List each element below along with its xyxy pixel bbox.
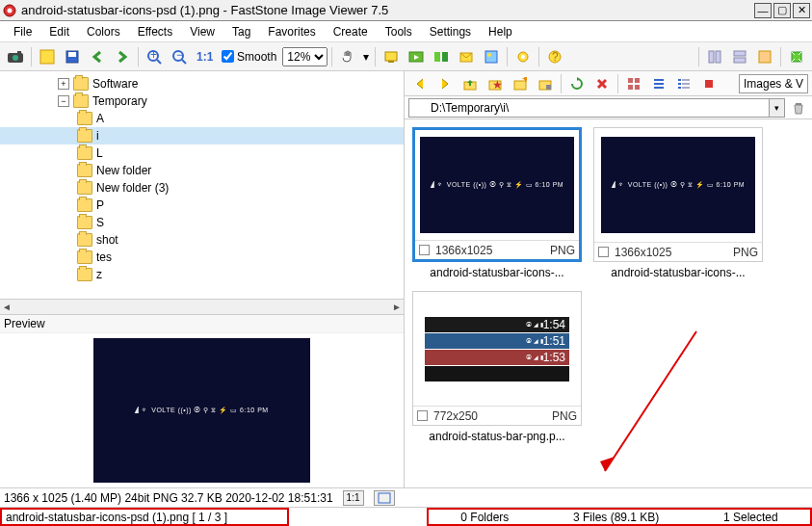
status-bar-folder-info: android-statusbar-icons-psd (1).png [ 1 … [0,507,812,526]
tree-item[interactable]: +Software [0,75,404,92]
details-view-icon[interactable] [672,72,695,95]
current-file-box: android-statusbar-icons-psd (1).png [ 1 … [0,508,289,526]
svg-point-3 [13,55,18,61]
menu-bar: File Edit Colors Effects View Tag Favori… [0,21,812,42]
layout2-icon[interactable] [728,45,751,68]
filter-dropdown[interactable]: Images & V [739,74,808,93]
delete-icon[interactable] [590,72,614,95]
preview-header: Preview [0,315,404,333]
favorite-folder-icon[interactable]: ★ [484,72,507,95]
slideshow-icon[interactable] [405,45,428,68]
view-icon[interactable] [36,45,59,68]
svg-rect-56 [682,87,690,89]
menu-file[interactable]: File [6,23,39,40]
fullscreen-icon[interactable] [785,45,808,68]
refresh-icon[interactable] [565,72,589,95]
tree-item[interactable]: L [0,145,404,162]
locked-folder-icon[interactable] [534,72,557,95]
actual-size-icon[interactable]: 1:1 [193,45,216,68]
new-folder-icon[interactable]: ✦ [509,72,532,95]
menu-effects[interactable]: Effects [130,23,180,40]
tree-item[interactable]: shot [0,231,404,249]
svg-rect-51 [678,79,681,81]
tree-item[interactable]: z [0,266,404,283]
svg-rect-28 [709,51,714,63]
tree-item[interactable]: P [0,197,404,214]
trash-icon[interactable] [789,98,808,118]
tag-checkbox[interactable] [419,245,430,255]
list-view-icon[interactable] [647,72,670,95]
svg-rect-58 [796,103,801,105]
save-icon[interactable] [61,45,84,68]
thumbnails-view-icon[interactable] [622,72,645,95]
tree-item[interactable]: −Temporary [0,92,404,110]
acquire-icon[interactable] [4,45,27,68]
menu-tag[interactable]: Tag [224,23,258,40]
nav-forward-icon[interactable] [433,72,457,95]
minimize-button[interactable]: — [754,3,772,18]
tree-item-selected[interactable]: i [0,127,404,145]
svg-point-23 [487,53,491,57]
chevron-down-icon[interactable]: ▾ [361,45,371,68]
menu-settings[interactable]: Settings [422,23,479,40]
preview-body[interactable]: ◢ ᯤ VOLTE ((•)) ⦿ ⚲ ⧖ ⚡ ▭ 6:10 PM [0,333,404,487]
collapse-icon[interactable]: − [58,95,69,107]
expand-icon[interactable]: + [58,78,69,90]
path-dropdown-button[interactable]: ▾ [770,98,785,118]
menu-view[interactable]: View [182,23,223,40]
svg-rect-32 [759,51,771,63]
preview-image: ◢ ᯤ VOLTE ((•)) ⦿ ⚲ ⧖ ⚡ ▭ 6:10 PM [93,338,310,483]
zoom-select[interactable]: 12% [282,47,327,66]
help-icon[interactable]: ? [543,45,566,68]
menu-edit[interactable]: Edit [41,23,77,40]
screen-icon[interactable] [380,45,403,68]
svg-text:1:1: 1:1 [196,50,213,64]
tree-item[interactable]: tes [0,249,404,266]
maximize-button[interactable]: ▢ [773,3,791,18]
tag-checkbox[interactable] [417,410,428,421]
menu-tools[interactable]: Tools [378,23,420,40]
folder-icon [73,94,89,108]
tree-item[interactable]: S [0,214,404,231]
tree-item[interactable]: A [0,110,404,127]
tree-item[interactable]: New folder [0,162,404,179]
fit-button[interactable] [374,490,395,506]
back-icon[interactable] [86,45,109,68]
window-title: android-statusbar-icons-psd (1).png - Fa… [21,3,754,17]
email-icon[interactable] [455,45,478,68]
zoom-out-icon[interactable]: − [168,45,191,68]
svg-rect-52 [682,79,690,81]
close-button[interactable]: ✕ [793,3,810,18]
svg-rect-45 [635,78,640,83]
thumbnail-item[interactable]: ⦿ ◢ ▮ 1:54 ⦿ ◢ ▮ 1:51 ⦿ ◢ ▮ 1:53 772x250… [412,291,582,443]
menu-create[interactable]: Create [326,23,376,40]
settings-icon[interactable] [511,45,535,68]
title-bar: android-statusbar-icons-psd (1).png - Fa… [0,0,812,21]
tree-item[interactable]: New folder (3) [0,179,404,197]
compare-icon[interactable] [430,45,453,68]
hand-icon[interactable] [336,45,359,68]
stop-icon[interactable] [697,72,720,95]
svg-rect-57 [705,80,713,88]
smooth-checkbox[interactable] [222,50,234,63]
zoom-ratio-button[interactable]: 1:1 [343,490,364,506]
menu-favorites[interactable]: Favorites [260,23,323,40]
tag-checkbox[interactable] [598,247,609,257]
tree-scrollbar[interactable]: ◄► [0,299,404,314]
folder-icon [77,233,92,247]
up-folder-icon[interactable] [458,72,482,95]
layout3-icon[interactable] [753,45,776,68]
folder-tree[interactable]: +Software −Temporary A i L New folder Ne… [0,71,404,299]
thumbnail-item[interactable]: ◢ ᯤ VOLTE ((•)) ⦿ ⚲ ⧖ ⚡ ▭ 6:10 PM 1366x1… [412,127,582,279]
path-input[interactable] [408,98,770,118]
smooth-label: Smooth [237,50,276,64]
forward-icon[interactable] [111,45,134,68]
nav-back-icon[interactable] [408,72,432,95]
wallpaper-icon[interactable] [480,45,503,68]
menu-colors[interactable]: Colors [79,23,128,40]
layout1-icon[interactable] [703,45,726,68]
smooth-toggle[interactable]: Smooth [222,50,276,64]
zoom-in-icon[interactable]: + [143,45,166,68]
thumbnail-item[interactable]: ◢ ᯤ VOLTE ((•)) ⦿ ⚲ ⧖ ⚡ ▭ 6:10 PM 1366x1… [593,127,763,279]
menu-help[interactable]: Help [481,23,520,40]
